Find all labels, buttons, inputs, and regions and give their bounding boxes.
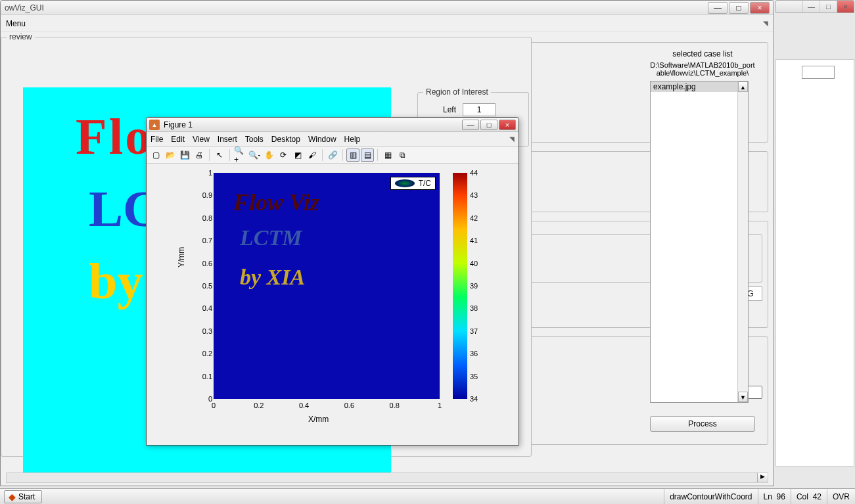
start-button[interactable]: ◆ Start [4, 490, 42, 503]
chart-ytick: 0.7 [196, 237, 212, 244]
main-minimize-button[interactable]: — [708, 2, 728, 14]
case-list-path: D:\Software\MATLAB2010b_portable\flowviz… [650, 61, 755, 77]
colorbar-tick: 36 [470, 350, 478, 357]
scroll-up-icon[interactable]: ▲ [738, 81, 748, 92]
chart-xtick: 0.2 [249, 401, 269, 409]
plot-text-3: by XIA [240, 265, 305, 290]
hide-tools-icon[interactable]: ▦ [381, 149, 394, 162]
insert-legend-icon[interactable]: ▤ [361, 149, 374, 162]
bg-close-button[interactable]: × [837, 1, 854, 12]
preview-text-3: by [89, 252, 143, 311]
colorbar-tick: 43 [470, 191, 478, 199]
figure-menu-view[interactable]: View [193, 135, 210, 144]
status-col: Col 42 [791, 489, 827, 504]
legend-label: T/C [419, 179, 431, 188]
chart-xtick: 0.8 [384, 401, 404, 409]
chart-ytick: 0.4 [196, 304, 212, 312]
figure-menu-insert[interactable]: Insert [218, 135, 237, 144]
colorbar-tick: 38 [470, 304, 478, 312]
open-icon[interactable]: 📂 [164, 149, 177, 162]
process-button[interactable]: Process [650, 416, 755, 432]
zoom-in-icon[interactable]: 🔍+ [233, 149, 246, 162]
figure-menu-edit[interactable]: Edit [171, 135, 185, 144]
preview-legend: review [7, 32, 35, 41]
status-function: drawContourWithCoord [664, 489, 757, 504]
print-icon[interactable]: 🖨 [193, 149, 206, 162]
brush-icon[interactable]: 🖌 [306, 149, 319, 162]
plot-text-1: Flow Viz [233, 189, 319, 216]
status-ovr: OVR [827, 489, 855, 504]
new-figure-icon[interactable]: ▢ [149, 149, 162, 162]
case-list-item[interactable]: example.jpg [651, 81, 748, 92]
status-line: Ln 96 [758, 489, 791, 504]
chart-xlabel: X/mm [308, 415, 329, 424]
toolbar-separator [322, 149, 323, 161]
figure-menu-help[interactable]: Help [344, 135, 361, 144]
chart-xtick: 1 [430, 401, 450, 409]
chart-ytick: 0.8 [196, 214, 212, 222]
figure-window: ▲ Figure 1 — □ × File Edit View Insert T… [146, 117, 519, 446]
figure-titlebar[interactable]: ▲ Figure 1 — □ × [147, 118, 519, 132]
datacursor-icon[interactable]: ◩ [291, 149, 304, 162]
start-logo-icon: ◆ [9, 492, 16, 502]
scroll-down-icon[interactable]: ▼ [738, 392, 748, 402]
link-icon[interactable]: 🔗 [326, 149, 339, 162]
figure-close-button[interactable]: × [499, 120, 516, 130]
chart-legend[interactable]: T/C [390, 177, 436, 190]
rotate-icon[interactable]: ⟳ [277, 149, 290, 162]
chart-ylabel: Y/mm [177, 247, 186, 267]
roi-left-input[interactable] [463, 103, 496, 116]
main-title: owViz_GUI [5, 3, 706, 12]
chart-plot-area[interactable]: Flow Viz LCTM by XIA T/C [214, 173, 440, 399]
save-icon[interactable]: 💾 [178, 149, 191, 162]
main-close-button[interactable]: × [750, 2, 770, 14]
case-listbox[interactable]: example.jpg ▲ ▼ [650, 81, 749, 403]
main-maximize-button[interactable]: □ [729, 2, 749, 14]
chart-axes: Flow Viz LCTM by XIA T/C Y/mm X/mm 00.10… [177, 169, 505, 432]
hscroll-right-icon[interactable]: ▶ [757, 473, 768, 482]
pan-icon[interactable]: ✋ [262, 149, 275, 162]
bg-min-button[interactable]: — [802, 1, 820, 12]
bg-max-button[interactable]: □ [820, 1, 837, 12]
colorbar-tick: 34 [470, 395, 478, 403]
taskbar: ◆ Start drawContourWithCoord Ln 96 Col 4… [0, 488, 855, 504]
case-list-title: selected case list [650, 49, 755, 58]
figure-menu-file[interactable]: File [150, 135, 163, 144]
chart-ytick: 1 [196, 169, 212, 177]
colorbar-tick: 41 [470, 237, 478, 244]
background-pane [775, 59, 854, 467]
figure-minimize-button[interactable]: — [462, 120, 479, 130]
plot-text-2: LCTM [240, 225, 302, 250]
figure-menubar: File Edit View Insert Tools Desktop Wind… [147, 132, 519, 147]
chart-xtick: 0 [204, 401, 223, 409]
figure-title: Figure 1 [164, 120, 461, 129]
background-window-titlebar: — □ × [775, 0, 854, 13]
figure-menu-arrow-icon[interactable]: ◥ [509, 135, 515, 143]
start-label: Start [18, 492, 35, 501]
insert-colorbar-icon[interactable]: ▥ [346, 149, 359, 162]
menubar-dropdown-icon[interactable]: ◥ [763, 20, 768, 27]
listbox-scrollbar[interactable]: ▲ ▼ [737, 81, 748, 402]
chart-ytick: 0.5 [196, 282, 212, 290]
chart-xtick: 0.4 [294, 401, 314, 409]
matlab-icon: ▲ [149, 120, 160, 130]
background-toolbar-widget [802, 66, 835, 79]
toolbar-separator [377, 149, 378, 161]
dock-icon[interactable]: ⧉ [396, 149, 409, 162]
figure-maximize-button[interactable]: □ [480, 120, 497, 130]
figure-menu-desktop[interactable]: Desktop [271, 135, 300, 144]
main-menubar: Menu ◥ [1, 15, 774, 32]
zoom-out-icon[interactable]: 🔍- [248, 149, 261, 162]
main-horizontal-scrollbar[interactable]: ▶ [6, 472, 768, 483]
figure-menu-window[interactable]: Window [308, 135, 336, 144]
roi-legend: Region of Interest [423, 87, 491, 97]
main-titlebar[interactable]: owViz_GUI — □ × [1, 1, 774, 15]
chart-colorbar[interactable] [453, 173, 467, 399]
chart-xtick: 0.6 [339, 401, 359, 409]
pointer-icon[interactable]: ↖ [213, 149, 226, 162]
figure-menu-tools[interactable]: Tools [245, 135, 264, 144]
colorbar-tick: 39 [470, 282, 478, 290]
legend-swatch-icon [395, 179, 415, 187]
menu-menu[interactable]: Menu [6, 19, 26, 28]
figure-toolbar: ▢ 📂 💾 🖨 ↖ 🔍+ 🔍- ✋ ⟳ ◩ 🖌 🔗 ▥ ▤ ▦ ⧉ [147, 147, 519, 164]
